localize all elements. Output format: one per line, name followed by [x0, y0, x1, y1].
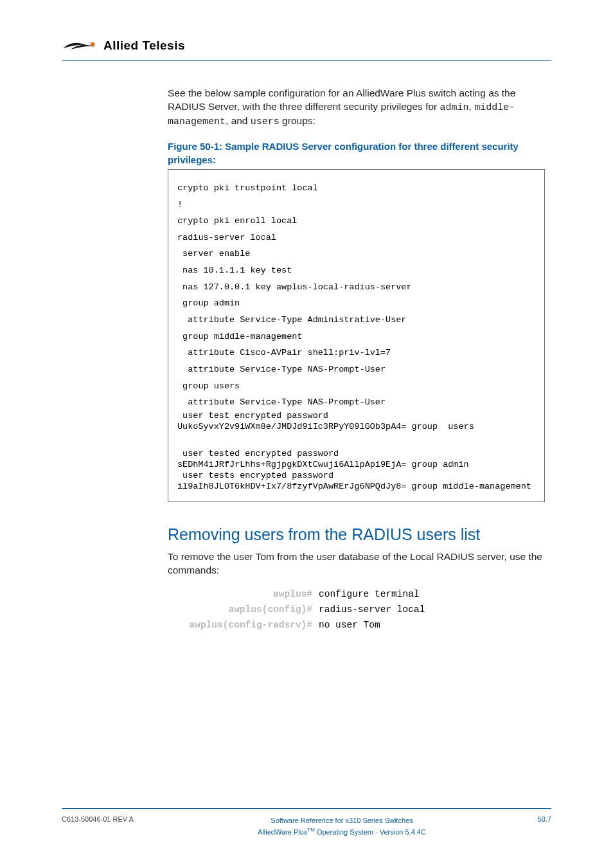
code-line: attribute Service-Type Administrative-Us…: [177, 315, 406, 325]
footer-tm: TM: [307, 827, 315, 833]
cmd-prompt: awplus(config-radsrv)#: [168, 620, 312, 630]
section-heading: Removing users from the RADIUS users lis…: [168, 525, 545, 544]
code-line: group admin: [177, 298, 240, 308]
code-line: crypto pki trustpoint local: [177, 183, 318, 193]
figure-caption: Figure 50-1: Sample RADIUS Server config…: [168, 140, 545, 167]
cmd-text: configure terminal: [319, 589, 545, 599]
footer-product: AlliedWare Plus: [258, 828, 307, 836]
intro-sep1: ,: [469, 101, 475, 112]
footer-divider: [62, 808, 551, 809]
code-sample-box: crypto pki trustpoint local ! crypto pki…: [168, 169, 545, 502]
intro-sep2: , and: [226, 115, 251, 126]
svg-point-0: [91, 42, 95, 47]
intro-tail: groups:: [280, 115, 315, 126]
code-line: user tested encrypted password sEDhM4iJR…: [177, 449, 535, 493]
cmd-text: radius-server local: [319, 604, 545, 615]
code-line: nas 10.1.1.1 key test: [177, 266, 292, 275]
code-line: attribute Service-Type NAS-Prompt-User: [177, 397, 386, 407]
code-line: server enable: [177, 249, 250, 258]
intro-paragraph: See the below sample configuration for a…: [168, 87, 545, 129]
code-line: crypto pki enroll local: [177, 216, 297, 226]
footer-doc-ref: C613-50046-01 REV A: [62, 815, 171, 823]
cmd-prompt: awplus(config)#: [168, 604, 312, 615]
command-table: awplus# configure terminal awplus(config…: [168, 589, 545, 630]
intro-mono-users: users: [251, 116, 280, 127]
header-divider: [62, 60, 551, 61]
code-line: !: [177, 200, 182, 210]
page-header: Allied Telesis: [62, 39, 551, 53]
cmd-text: no user Tom: [319, 620, 545, 630]
code-line: user test encrypted password UukoSyvxY2v…: [177, 411, 535, 433]
code-line: group users: [177, 381, 240, 391]
main-content: See the below sample configuration for a…: [168, 87, 545, 630]
code-line: attribute Service-Type NAS-Prompt-User: [177, 365, 386, 374]
code-line: attribute Cisco-AVPair shell:priv-lvl=7: [177, 348, 391, 357]
code-line: nas 127.0.0.1 key awplus-local-radius-se…: [177, 282, 412, 292]
footer-page-number: 50.7: [513, 815, 551, 823]
brand-name: Allied Telesis: [103, 39, 185, 53]
code-line: group middle-management: [177, 332, 302, 341]
footer-subtitle: AlliedWare PlusTM Operating System - Ver…: [171, 826, 513, 837]
brand-logo-icon: [62, 39, 97, 52]
section-body: To remove the user Tom from the user dat…: [168, 550, 545, 577]
footer-center: Software Reference for x310 Series Switc…: [171, 815, 513, 837]
intro-mono-admin: admin: [440, 102, 469, 113]
cmd-prompt: awplus#: [168, 589, 312, 599]
code-line: radius-server local: [177, 233, 276, 242]
page-footer: C613-50046-01 REV A Software Reference f…: [62, 808, 551, 837]
footer-version: Operating System - Version 5.4.4C: [315, 828, 426, 836]
footer-title: Software Reference for x310 Series Switc…: [171, 815, 513, 826]
